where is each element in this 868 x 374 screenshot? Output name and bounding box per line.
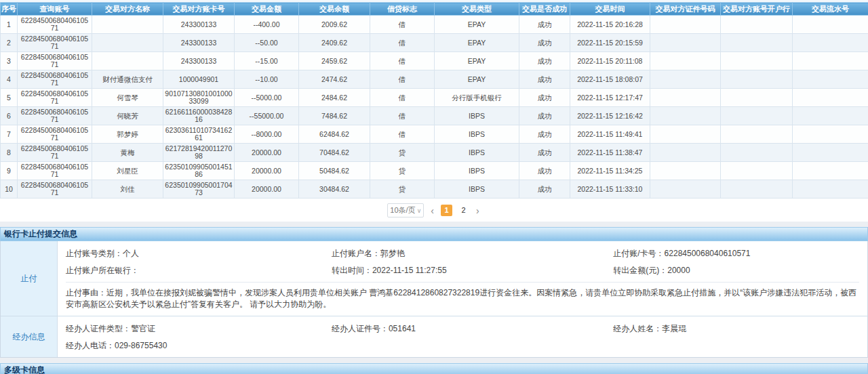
table-cell: EPAY <box>435 16 519 34</box>
table-cell: 2009.62 <box>299 16 370 34</box>
table-cell: 6228450068040610571 <box>18 144 92 162</box>
table-cell: 2022-11-15 11:33:10 <box>570 180 650 199</box>
stop-group-label: 止付 <box>1 241 58 316</box>
table-cell: 5 <box>1 89 18 107</box>
table-cell: EPAY <box>435 52 519 70</box>
table-cell: 成功 <box>519 180 570 199</box>
table-row[interactable]: 106228450068040610571刘佳62350109905001704… <box>1 180 868 199</box>
table-cell <box>650 70 721 89</box>
table-cell: 财付通微信支付 <box>92 70 163 89</box>
table-cell: 借 <box>370 125 435 144</box>
table-cell: 借 <box>370 70 435 89</box>
table-row[interactable]: 66228450068040610571何晓芳62166116000038428… <box>1 107 868 125</box>
column-header: 交易是否成功 <box>519 3 570 16</box>
handler-fields: 经办人证件类型：警官证 经办人证件号：051641 经办人姓名：李晨琨 经办人电… <box>66 316 859 357</box>
table-row[interactable]: 76228450068040610571郭梦婷62303611010734162… <box>1 125 868 144</box>
table-cell <box>721 144 793 162</box>
table-cell <box>650 52 721 70</box>
column-header: 借贷标志 <box>370 3 435 16</box>
table-row[interactable]: 36228450068040610571243300133--15.002459… <box>1 52 868 70</box>
table-row[interactable]: 56228450068040610571何雪琴90107130801001000… <box>1 89 868 107</box>
stop-card-number-field: 止付账/卡号：6228450068040610571 <box>613 244 859 261</box>
table-cell: 6228450068040610571 <box>18 52 92 70</box>
column-header: 交易余额 <box>299 3 370 16</box>
column-header: 交易类型 <box>435 3 519 16</box>
table-cell: 6216611600003842816 <box>163 107 235 125</box>
table-row[interactable]: 86228450068040610571黄梅621728194200112709… <box>1 144 868 162</box>
table-cell: 6228450068040610571 <box>18 70 92 89</box>
table-cell: 2022-11-15 20:16:28 <box>570 16 650 34</box>
table-cell: 借 <box>370 34 435 52</box>
page-button-2[interactable]: 2 <box>458 205 469 216</box>
table-cell: 1000049901 <box>163 70 235 89</box>
table-cell: 2022-11-15 11:38:47 <box>570 144 650 162</box>
table-cell <box>92 16 163 34</box>
table-cell: 成功 <box>519 162 570 180</box>
table-cell <box>793 34 868 52</box>
table-cell: 4 <box>1 70 18 89</box>
table-cell: 2022-11-15 20:15:59 <box>570 34 650 52</box>
table-row[interactable]: 26228450068040610571243300133--50.002409… <box>1 34 868 52</box>
next-page-button[interactable]: › <box>475 205 481 216</box>
table-cell: 243300133 <box>163 52 235 70</box>
table-cell: 20000.00 <box>235 180 299 199</box>
table-row[interactable]: 46228450068040610571财付通微信支付1000049901--1… <box>1 70 868 89</box>
table-cell: --55000.00 <box>235 107 299 125</box>
handler-id-type-field: 经办人证件类型：警官证 <box>66 319 332 336</box>
chevron-down-icon: ∨ <box>417 207 422 214</box>
table-cell <box>721 107 793 125</box>
stop-payment-section-title: 银行卡止付提交信息 <box>0 227 868 241</box>
stop-fields: 止付账号类别：个人 止付账户名：郭梦艳 止付账/卡号：6228450068040… <box>66 241 859 282</box>
table-cell: 成功 <box>519 16 570 34</box>
column-header: 交易对方名称 <box>92 3 163 16</box>
table-cell: 6228450068040610571 <box>18 16 92 34</box>
table-cell: 2022-11-15 11:49:41 <box>570 125 650 144</box>
table-cell: 243300133 <box>163 16 235 34</box>
table-cell <box>92 52 163 70</box>
table-cell <box>793 144 868 162</box>
column-header: 交易对方账卡号 <box>163 3 235 16</box>
stop-account-bank-field: 止付账户所在银行： <box>66 261 332 278</box>
table-cell: 贷 <box>370 162 435 180</box>
stop-account-name-field: 止付账户名：郭梦艳 <box>332 244 613 261</box>
column-header: 交易时间 <box>570 3 650 16</box>
table-cell: 9 <box>1 162 18 180</box>
stop-payment-section: 银行卡止付提交信息 止付 止付账号类别：个人 止付账户名：郭梦艳 止付账/卡号：… <box>0 227 868 358</box>
table-cell: IBPS <box>435 125 519 144</box>
table-cell: 2474.62 <box>299 70 370 89</box>
table-cell: IBPS <box>435 180 519 199</box>
table-cell: 243300133 <box>163 34 235 52</box>
table-cell <box>793 89 868 107</box>
table-cell: 20000.00 <box>235 162 299 180</box>
table-row[interactable]: 96228450068040610571刘星臣62350109905001451… <box>1 162 868 180</box>
table-cell: 成功 <box>519 107 570 125</box>
table-cell <box>721 180 793 199</box>
table-cell: 成功 <box>519 70 570 89</box>
table-cell: --400.00 <box>235 16 299 34</box>
column-header: 交易金额 <box>235 3 299 16</box>
table-cell: 6228450068040610571 <box>18 162 92 180</box>
prev-page-button[interactable]: ‹ <box>429 205 435 216</box>
table-cell: IBPS <box>435 162 519 180</box>
table-row[interactable]: 16228450068040610571243300133--400.00200… <box>1 16 868 34</box>
table-cell <box>793 125 868 144</box>
table-cell: 6228450068040610571 <box>18 180 92 199</box>
stop-payment-box: 止付 止付账号类别：个人 止付账户名：郭梦艳 止付账/卡号：6228450068… <box>0 241 868 358</box>
column-header: 交易流水号 <box>793 3 868 16</box>
table-cell <box>793 162 868 180</box>
table-cell <box>650 162 721 180</box>
table-cell: 6228450068040610571 <box>18 107 92 125</box>
page-button-1[interactable]: 1 <box>441 205 452 216</box>
table-cell <box>721 162 793 180</box>
table-cell: 2022-11-15 18:08:07 <box>570 70 650 89</box>
table-cell: 6228450068040610571 <box>18 34 92 52</box>
table-cell: 30484.62 <box>299 180 370 199</box>
page-size-select[interactable]: 10条/页 ∨ <box>387 203 424 217</box>
table-cell <box>793 70 868 89</box>
table-cell: 6235010990500170473 <box>163 180 235 199</box>
table-cell: 9010713080100100033099 <box>163 89 235 107</box>
page-size-label: 10条/页 <box>390 205 415 215</box>
table-cell <box>650 16 721 34</box>
table-cell: --5000.00 <box>235 89 299 107</box>
table-cell: 贷 <box>370 144 435 162</box>
